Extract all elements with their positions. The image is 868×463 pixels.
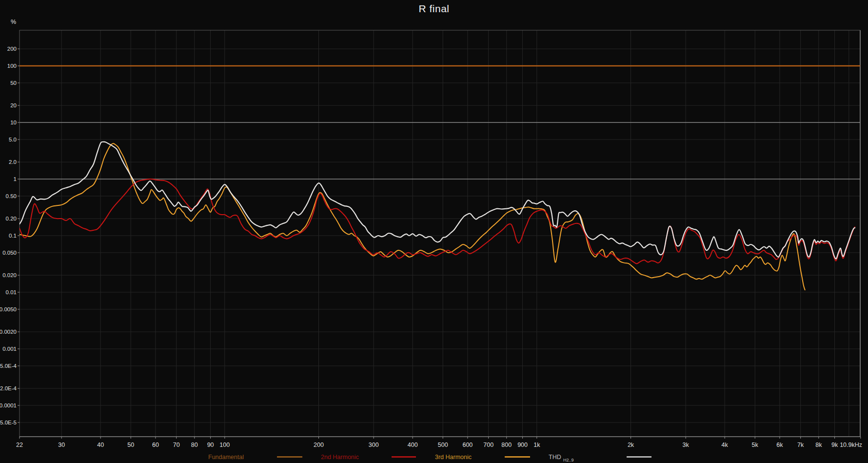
x-tick-label: 2k [628, 442, 634, 448]
distortion-chart: R final 2001005020105.02.010.500.200.10.… [0, 0, 868, 463]
x-tick-label: 9k [831, 442, 838, 448]
x-tick-label: 700 [483, 442, 493, 448]
x-tick-label: 80 [191, 442, 198, 448]
x-tick-label: 3k [683, 442, 690, 448]
y-axis: 2001005020105.02.010.500.200.10.0500.020… [0, 19, 20, 425]
x-tick-label: 30 [58, 442, 65, 448]
y-axis-unit-label: % [11, 19, 16, 25]
x-tick-label: 800 [501, 442, 512, 448]
legend-label-3rd-harmonic[interactable]: 3rd Harmonic [435, 454, 472, 461]
legend-label-2nd-harmonic[interactable]: 2nd Harmonic [321, 454, 359, 461]
y-tick-label: 0.020 [2, 272, 17, 278]
x-tick-label: 90 [207, 442, 214, 448]
y-tick-label: 2.0E-4 [0, 385, 17, 391]
y-tick-label: 0.01 [6, 289, 17, 295]
x-tick-label: 400 [408, 442, 418, 448]
x-tick-label: 50 [127, 442, 134, 448]
y-tick-label: 0.50 [6, 193, 17, 199]
plot-background [20, 30, 860, 437]
x-tick-label: 8k [815, 442, 822, 448]
x-tick-label: 70 [173, 442, 180, 448]
y-tick-label: 1 [14, 176, 17, 182]
x-tick-label: 200 [314, 442, 324, 448]
legend: Fundamental2nd Harmonic3rd HarmonicTHDH2… [208, 454, 651, 463]
y-tick-label: 0.0020 [0, 329, 17, 335]
x-tick-label: 100 [219, 442, 230, 448]
y-tick-label: 0.0001 [0, 403, 17, 408]
y-tick-label: 50 [10, 80, 17, 86]
y-tick-label: 0.1 [9, 233, 17, 239]
x-tick-label: 7k [797, 442, 804, 448]
x-tick-label: 40 [97, 442, 104, 448]
y-tick-label: 200 [7, 46, 17, 52]
y-tick-label: 5.0E-5 [0, 420, 17, 425]
legend-label-thd[interactable]: THD [549, 454, 561, 461]
x-tick-label: 10.9kHz [840, 442, 862, 448]
x-tick-label: 300 [369, 442, 379, 448]
y-tick-label: 5.0 [9, 137, 17, 142]
x-tick-label: 5k [752, 442, 759, 448]
y-tick-label: 100 [7, 63, 17, 69]
x-tick-label: 500 [438, 442, 448, 448]
x-tick-label: 6k [776, 442, 783, 448]
x-tick-label: 600 [462, 442, 473, 448]
y-tick-label: 0.0050 [0, 306, 17, 312]
plot-area: 2001005020105.02.010.500.200.10.0500.020… [0, 0, 868, 463]
x-tick-label: 22 [16, 442, 23, 448]
y-tick-label: 2.0 [9, 159, 17, 165]
legend-label-subscript: H2..9 [563, 458, 574, 463]
x-tick-label: 60 [152, 442, 159, 448]
legend-label-fundamental[interactable]: Fundamental [208, 454, 244, 461]
x-tick-label: 1k [533, 442, 540, 448]
x-tick-label: 900 [517, 442, 528, 448]
y-tick-label: 0.20 [6, 216, 17, 221]
y-tick-label: 0.001 [2, 346, 17, 352]
y-tick-label: 5.0E-4 [0, 363, 17, 369]
y-tick-label: 10 [10, 120, 17, 125]
x-tick-label: 4k [722, 442, 729, 448]
x-axis: 2230405060708090100200300400500600700800… [16, 437, 862, 448]
y-tick-label: 0.050 [2, 250, 17, 256]
y-tick-label: 20 [10, 102, 17, 108]
